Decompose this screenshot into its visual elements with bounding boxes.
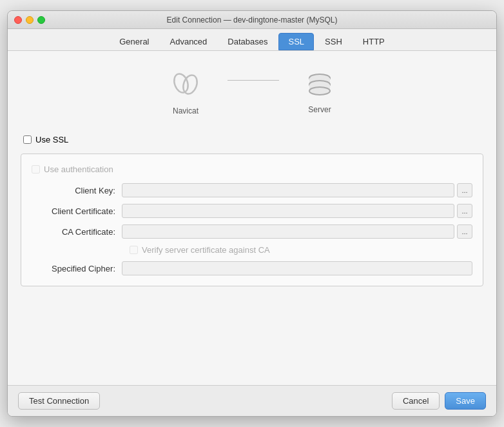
client-key-input-group: ... — [122, 183, 472, 197]
tab-ssh[interactable]: SSH — [315, 33, 352, 50]
client-key-label: Client Key: — [32, 186, 122, 195]
server-icon — [305, 72, 334, 101]
footer-right: Cancel Save — [392, 392, 486, 410]
server-label: Server — [308, 105, 331, 114]
cancel-button[interactable]: Cancel — [392, 392, 440, 410]
use-authentication-label: Use authentication — [44, 164, 113, 174]
ca-certificate-label: CA Certificate: — [32, 227, 122, 237]
client-certificate-input[interactable] — [122, 204, 454, 218]
test-connection-button[interactable]: Test Connection — [18, 392, 100, 410]
server-icon-item: Server — [305, 72, 334, 114]
content-area: Navicat Server Use SSL — [8, 51, 496, 385]
navicat-icon — [170, 70, 202, 103]
titlebar: Edit Connection — dev-dingtone-master (M… — [8, 11, 496, 29]
client-key-row: Client Key: ... — [32, 183, 472, 197]
svg-point-6 — [309, 87, 330, 95]
specified-cipher-input[interactable] — [122, 261, 472, 275]
window-buttons — [14, 16, 45, 24]
maximize-button[interactable] — [37, 16, 45, 24]
ssl-panel: Use authentication Client Key: ... Clien… — [21, 154, 483, 286]
tab-general[interactable]: General — [110, 33, 159, 50]
navicat-label: Navicat — [173, 106, 199, 115]
specified-cipher-row: Specified Cipher: — [32, 261, 472, 275]
window-title: Edit Connection — dev-dingtone-master (M… — [167, 15, 338, 25]
close-button[interactable] — [14, 16, 22, 24]
verify-ca-label: Verify server certificate against CA — [142, 245, 270, 255]
tab-databases[interactable]: Databases — [218, 33, 277, 50]
verify-row: Verify server certificate against CA — [32, 245, 472, 255]
main-window: Edit Connection — dev-dingtone-master (M… — [7, 10, 497, 417]
ca-certificate-row: CA Certificate: ... — [32, 224, 472, 239]
specified-cipher-label: Specified Cipher: — [32, 264, 122, 273]
use-authentication-checkbox[interactable] — [32, 165, 40, 174]
footer: Test Connection Cancel Save — [8, 385, 496, 416]
client-certificate-browse-button[interactable]: ... — [457, 204, 472, 218]
save-button[interactable]: Save — [445, 392, 486, 410]
use-ssl-row: Use SSL — [21, 135, 483, 144]
tab-advanced[interactable]: Advanced — [160, 33, 217, 50]
client-certificate-input-group: ... — [122, 204, 472, 218]
client-key-input[interactable] — [122, 183, 454, 197]
use-authentication-row: Use authentication — [32, 164, 472, 174]
specified-cipher-input-group — [122, 261, 472, 275]
tab-http[interactable]: HTTP — [353, 33, 394, 50]
client-key-browse-button[interactable]: ... — [457, 183, 472, 197]
use-ssl-label[interactable]: Use SSL — [35, 135, 68, 144]
client-certificate-label: Client Certificate: — [32, 206, 122, 216]
tab-ssl[interactable]: SSL — [278, 33, 314, 50]
verify-ca-checkbox[interactable] — [130, 246, 138, 254]
use-ssl-checkbox[interactable] — [23, 135, 32, 144]
client-certificate-row: Client Certificate: ... — [32, 204, 472, 218]
footer-left: Test Connection — [18, 392, 100, 410]
svg-point-0 — [171, 72, 190, 94]
ca-certificate-input[interactable] — [122, 224, 454, 239]
ca-certificate-input-group: ... — [122, 224, 472, 239]
tab-bar: General Advanced Databases SSL SSH HTTP — [8, 29, 496, 51]
minimize-button[interactable] — [26, 16, 34, 24]
ca-certificate-browse-button[interactable]: ... — [457, 224, 472, 239]
navicat-icon-item: Navicat — [170, 70, 202, 115]
ssl-diagram: Navicat Server — [21, 64, 483, 122]
